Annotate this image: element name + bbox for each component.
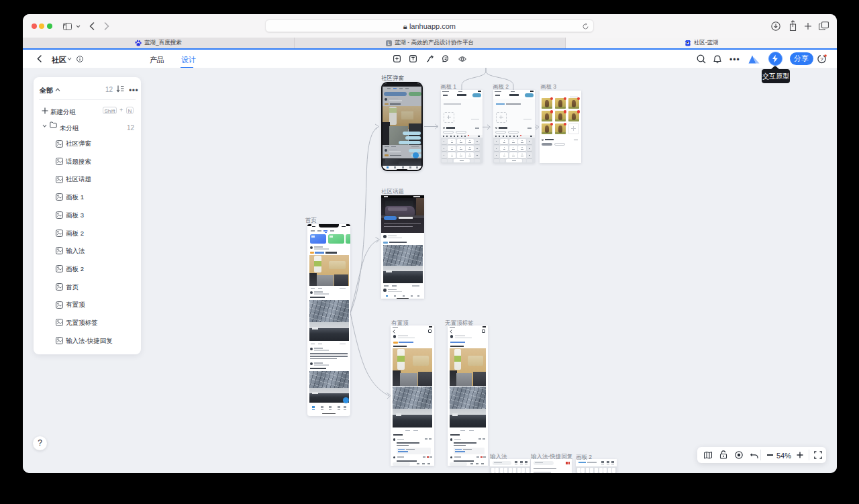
- svg-text:L: L: [388, 41, 391, 46]
- svg-text:?: ?: [820, 56, 823, 62]
